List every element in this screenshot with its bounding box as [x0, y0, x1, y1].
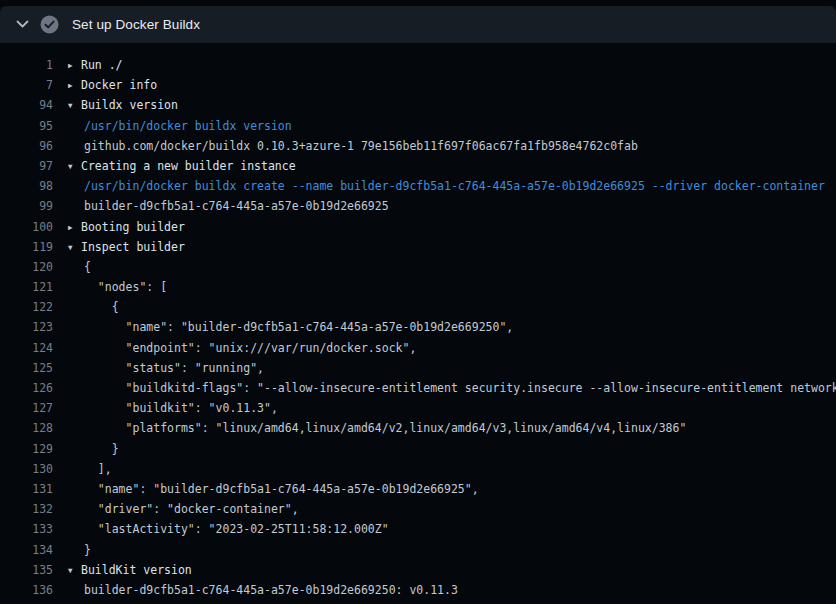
log-line: 124 "endpoint": "unix:///var/run/docker.…	[0, 338, 836, 358]
log-line-content: "lastActivity": "2023-02-25T11:58:12.000…	[68, 519, 389, 539]
log-line-content: ▼Creating a new builder instance	[68, 156, 296, 176]
log-line: 122 {	[0, 297, 836, 317]
log-line: 99builder-d9cfb5a1-c764-445a-a57e-0b19d2…	[0, 196, 836, 216]
log-line-content: builder-d9cfb5a1-c764-445a-a57e-0b19d2e6…	[68, 196, 389, 216]
group-title[interactable]: Inspect builder	[81, 240, 185, 254]
log-line-content: }	[68, 540, 91, 560]
group-title[interactable]: Buildx version	[81, 98, 178, 112]
line-number[interactable]: 99	[0, 196, 53, 216]
line-number[interactable]: 130	[0, 459, 53, 479]
output-text: "status": "running",	[68, 361, 264, 375]
log-line: 130 ],	[0, 459, 836, 479]
line-number[interactable]: 97	[0, 156, 53, 176]
line-number[interactable]: 100	[0, 217, 53, 237]
log-line-content: "buildkit": "v0.11.3",	[68, 398, 278, 418]
output-text: "name": "builder-d9cfb5a1-c764-445a-a57e…	[68, 482, 479, 496]
log-line-content: "platforms": "linux/amd64,linux/amd64/v2…	[68, 418, 686, 438]
log-line-content: ▶Docker info	[68, 75, 157, 95]
line-number[interactable]: 119	[0, 237, 53, 257]
line-number[interactable]: 128	[0, 418, 53, 438]
log-line-content: ▶Run ./	[68, 55, 123, 75]
log-line-content: {	[68, 297, 119, 317]
log-line-content: ▼BuildKit version	[68, 560, 192, 580]
line-number[interactable]: 134	[0, 540, 53, 560]
output-text: "name": "builder-d9cfb5a1-c764-445a-a57e…	[68, 320, 513, 334]
output-text: }	[68, 442, 119, 456]
group-title[interactable]: BuildKit version	[81, 563, 192, 577]
line-number[interactable]: 133	[0, 519, 53, 539]
log-line: 100▶Booting builder	[0, 217, 836, 237]
line-number[interactable]: 1	[0, 55, 53, 75]
line-number[interactable]: 95	[0, 116, 53, 136]
line-number[interactable]: 7	[0, 75, 53, 95]
group-title[interactable]: Run ./	[81, 58, 123, 72]
log-line-content: {	[68, 257, 91, 277]
group-expanded-arrow-icon[interactable]: ▼	[68, 238, 81, 257]
output-text: }	[68, 543, 91, 557]
line-number[interactable]: 135	[0, 560, 53, 580]
log-line-content: "driver": "docker-container",	[68, 499, 299, 519]
log-line: 7▶Docker info	[0, 75, 836, 95]
command-text: /usr/bin/docker buildx version	[68, 119, 292, 133]
group-title[interactable]: Booting builder	[81, 220, 185, 234]
log-line-content: /usr/bin/docker buildx version	[68, 116, 292, 136]
output-text: builder-d9cfb5a1-c764-445a-a57e-0b19d2e6…	[68, 199, 389, 213]
step-header[interactable]: Set up Docker Buildx	[0, 6, 836, 43]
log-line: 123 "name": "builder-d9cfb5a1-c764-445a-…	[0, 317, 836, 337]
output-text: builder-d9cfb5a1-c764-445a-a57e-0b19d2e6…	[68, 583, 458, 597]
group-title[interactable]: Docker info	[81, 78, 157, 92]
log-line-content: ▼Inspect builder	[68, 237, 185, 257]
log-line-content: }	[68, 439, 119, 459]
group-collapsed-arrow-icon[interactable]: ▶	[68, 56, 81, 75]
line-number[interactable]: 122	[0, 297, 53, 317]
line-number[interactable]: 127	[0, 398, 53, 418]
group-expanded-arrow-icon[interactable]: ▼	[68, 96, 81, 115]
output-text: "buildkit": "v0.11.3",	[68, 401, 278, 415]
log-line-content: github.com/docker/buildx 0.10.3+azure-1 …	[68, 136, 638, 156]
log-line: 136builder-d9cfb5a1-c764-445a-a57e-0b19d…	[0, 580, 836, 600]
group-expanded-arrow-icon[interactable]: ▼	[68, 157, 81, 176]
group-collapsed-arrow-icon[interactable]: ▶	[68, 76, 81, 95]
log-line-content: "name": "builder-d9cfb5a1-c764-445a-a57e…	[68, 317, 513, 337]
line-number[interactable]: 131	[0, 479, 53, 499]
log-line: 128 "platforms": "linux/amd64,linux/amd6…	[0, 418, 836, 438]
log-line: 127 "buildkit": "v0.11.3",	[0, 398, 836, 418]
log-line: 129 }	[0, 439, 836, 459]
output-text: {	[68, 260, 91, 274]
group-title[interactable]: Creating a new builder instance	[81, 159, 296, 173]
line-number[interactable]: 120	[0, 257, 53, 277]
log-line-content: "endpoint": "unix:///var/run/docker.sock…	[68, 338, 416, 358]
line-number[interactable]: 124	[0, 338, 53, 358]
line-number[interactable]: 98	[0, 176, 53, 196]
log-line-content: builder-d9cfb5a1-c764-445a-a57e-0b19d2e6…	[68, 580, 458, 600]
log-line: 131 "name": "builder-d9cfb5a1-c764-445a-…	[0, 479, 836, 499]
line-number[interactable]: 121	[0, 277, 53, 297]
log-line-content: "nodes": [	[68, 277, 167, 297]
log-line-content: ],	[68, 459, 112, 479]
command-text: /usr/bin/docker buildx create --name bui…	[68, 179, 825, 193]
output-text: "buildkitd-flags": "--allow-insecure-ent…	[68, 381, 836, 395]
log-line: 126 "buildkitd-flags": "--allow-insecure…	[0, 378, 836, 398]
log-line: 95/usr/bin/docker buildx version	[0, 116, 836, 136]
line-number[interactable]: 123	[0, 317, 53, 337]
line-number[interactable]: 94	[0, 95, 53, 115]
line-number[interactable]: 125	[0, 358, 53, 378]
output-text: "nodes": [	[68, 280, 167, 294]
chevron-down-icon[interactable]	[14, 17, 30, 33]
output-text: "driver": "docker-container",	[68, 502, 299, 516]
log-line: 98/usr/bin/docker buildx create --name b…	[0, 176, 836, 196]
log-line: 135▼BuildKit version	[0, 560, 836, 580]
log-line: 120{	[0, 257, 836, 277]
log-line: 134}	[0, 540, 836, 560]
group-expanded-arrow-icon[interactable]: ▼	[68, 561, 81, 580]
line-number[interactable]: 126	[0, 378, 53, 398]
output-text: ],	[68, 462, 112, 476]
output-text: "platforms": "linux/amd64,linux/amd64/v2…	[68, 421, 686, 435]
line-number[interactable]: 136	[0, 580, 53, 600]
line-number[interactable]: 132	[0, 499, 53, 519]
log-line-content: "buildkitd-flags": "--allow-insecure-ent…	[68, 378, 836, 398]
group-collapsed-arrow-icon[interactable]: ▶	[68, 218, 81, 237]
line-number[interactable]: 129	[0, 439, 53, 459]
log-line-content: /usr/bin/docker buildx create --name bui…	[68, 176, 825, 196]
line-number[interactable]: 96	[0, 136, 53, 156]
